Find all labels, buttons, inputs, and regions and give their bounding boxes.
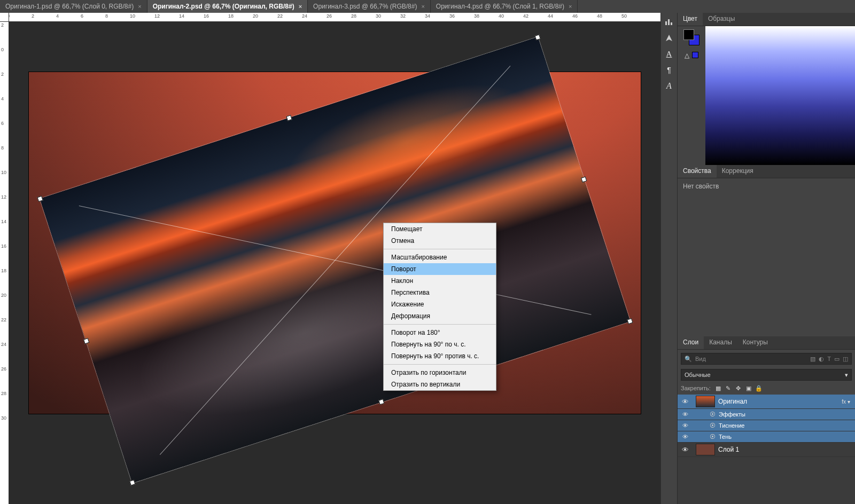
filter-type-icon[interactable]: T bbox=[827, 356, 831, 362]
lock-position-icon[interactable]: ✥ bbox=[734, 384, 743, 392]
lock-all-icon[interactable]: 🔒 bbox=[755, 384, 763, 392]
lock-pixels-icon[interactable]: ▩ bbox=[714, 384, 722, 392]
layer-row[interactable]: 👁Оригиналfx ▾ bbox=[678, 395, 855, 409]
close-icon[interactable]: × bbox=[138, 3, 141, 10]
lock-paint-icon[interactable]: ✎ bbox=[724, 384, 733, 392]
warn-icon: △ bbox=[685, 52, 690, 57]
visibility-toggle[interactable]: 👁 bbox=[678, 434, 693, 440]
ruler-corner bbox=[0, 13, 9, 22]
paragraph-panel-icon[interactable]: ¶ bbox=[663, 64, 675, 76]
layer-effect-name: Тиснение bbox=[719, 422, 852, 429]
menu-item[interactable]: Отразить по горизонтали bbox=[384, 367, 496, 379]
layer-effect-name: Тень bbox=[719, 434, 852, 440]
effect-bullet-icon: ⦿ bbox=[710, 411, 716, 418]
menu-item[interactable]: Искажение bbox=[384, 298, 496, 310]
horizontal-ruler[interactable]: 0246810121416182022242628303234363840424… bbox=[9, 13, 660, 22]
placed-image-transform-box[interactable] bbox=[40, 37, 630, 483]
menu-item[interactable]: Повернуть на 90° по ч. с. bbox=[384, 338, 496, 350]
document-tab[interactable]: Оригинал-2.psd @ 66,7% (Оригинал, RGB/8#… bbox=[147, 0, 308, 13]
filter-pixel-icon[interactable]: ▧ bbox=[810, 356, 815, 363]
canvas-column: 0246810121416182022242628303234363840424… bbox=[0, 13, 660, 504]
character-panel-icon[interactable]: A bbox=[663, 48, 675, 60]
layer-row[interactable]: 👁Слой 1 bbox=[678, 443, 855, 457]
blend-mode-value: Обычные bbox=[685, 372, 711, 378]
svg-rect-1 bbox=[668, 19, 670, 25]
document-canvas[interactable]: ПомещаетОтменаМасштабированиеПоворотНакл… bbox=[9, 21, 660, 504]
layers-panel-tabs: Слои Каналы Контуры bbox=[678, 336, 855, 350]
color-field[interactable] bbox=[705, 26, 855, 165]
lock-artboard-icon[interactable]: ▣ bbox=[744, 384, 753, 392]
filter-shape-icon[interactable]: ▭ bbox=[834, 356, 840, 363]
transform-handle-bl[interactable] bbox=[129, 479, 135, 485]
document-tab-label: Оригинал-4.psd @ 66,7% (Слой 1, RGB/8#) bbox=[436, 3, 564, 10]
menu-separator bbox=[384, 364, 496, 365]
right-panels: Цвет Образцы △ Свойства Коррекция bbox=[677, 13, 855, 504]
close-icon[interactable]: × bbox=[299, 3, 302, 10]
menu-item[interactable]: Отмена bbox=[384, 235, 496, 247]
layer-list[interactable]: 👁Оригиналfx ▾👁⦿Эффекты👁⦿Тиснение👁⦿Тень👁С… bbox=[678, 395, 855, 504]
document-tab-label: Оригинал-3.psd @ 66,7% (RGB/8#) bbox=[313, 3, 417, 10]
tab-channels[interactable]: Каналы bbox=[704, 336, 737, 349]
mini-swatches[interactable]: △ bbox=[685, 52, 698, 58]
layer-name: Слой 1 bbox=[718, 446, 852, 453]
layer-effect-row[interactable]: 👁⦿Тиснение bbox=[678, 420, 855, 431]
histogram-panel-icon[interactable] bbox=[663, 16, 675, 28]
properties-panel-tabs: Свойства Коррекция bbox=[678, 165, 855, 178]
collapsed-panels-strip[interactable]: A ¶ A bbox=[660, 13, 677, 504]
document-tab[interactable]: Оригинал-3.psd @ 66,7% (RGB/8#)× bbox=[308, 0, 431, 13]
svg-rect-0 bbox=[665, 21, 667, 25]
document-tab[interactable]: Оригинал-1.psd @ 66,7% (Слой 0, RGB/8#)× bbox=[0, 0, 147, 13]
tab-adjustments[interactable]: Коррекция bbox=[717, 165, 759, 178]
tab-color[interactable]: Цвет bbox=[678, 13, 703, 26]
layer-fx-badge[interactable]: fx ▾ bbox=[840, 399, 852, 405]
menu-item[interactable]: Помещает bbox=[384, 223, 496, 235]
glyphs-panel-icon[interactable]: A bbox=[663, 80, 675, 92]
search-icon: 🔍 bbox=[685, 356, 692, 363]
blend-mode-select[interactable]: Обычные ▾ bbox=[681, 369, 852, 381]
layer-filter[interactable]: 🔍 Вид ▧ ◐ T ▭ ◫ bbox=[681, 353, 852, 365]
menu-item[interactable]: Отразить по вертикали bbox=[384, 379, 496, 390]
transform-handle-br[interactable] bbox=[627, 318, 633, 324]
filter-adjust-icon[interactable]: ◐ bbox=[819, 356, 824, 363]
chevron-down-icon: ▾ bbox=[845, 372, 848, 379]
document-tab-bar: Оригинал-1.psd @ 66,7% (Слой 0, RGB/8#)×… bbox=[0, 0, 855, 13]
effect-bullet-icon: ⦿ bbox=[710, 434, 716, 440]
menu-item[interactable]: Наклон bbox=[384, 275, 496, 287]
layer-thumbnail[interactable] bbox=[696, 396, 715, 407]
layer-effect-row[interactable]: 👁⦿Эффекты bbox=[678, 409, 855, 420]
layer-thumbnail[interactable] bbox=[696, 444, 715, 455]
fg-bg-swatch[interactable] bbox=[683, 29, 699, 45]
menu-item[interactable]: Перспектива bbox=[384, 287, 496, 298]
menu-item[interactable]: Масштабирование bbox=[384, 251, 496, 263]
layer-effect-name: Эффекты bbox=[719, 411, 852, 418]
tab-layers[interactable]: Слои bbox=[678, 336, 704, 349]
properties-empty-text: Нет свойств bbox=[683, 183, 719, 190]
visibility-toggle[interactable]: 👁 bbox=[678, 398, 693, 406]
transform-handle-b[interactable] bbox=[378, 399, 384, 405]
layer-filter-kind: Вид bbox=[695, 356, 706, 362]
menu-item[interactable]: Поворот bbox=[384, 263, 496, 275]
transform-context-menu[interactable]: ПомещаетОтменаМасштабированиеПоворотНакл… bbox=[383, 223, 496, 391]
tab-properties[interactable]: Свойства bbox=[678, 165, 717, 178]
document-tab[interactable]: Оригинал-4.psd @ 66,7% (Слой 1, RGB/8#)× bbox=[431, 0, 578, 13]
placed-image bbox=[40, 37, 630, 483]
menu-separator bbox=[384, 249, 496, 249]
properties-panel: Нет свойств bbox=[678, 178, 855, 336]
color-panel: △ bbox=[678, 26, 855, 165]
layer-effect-row[interactable]: 👁⦿Тень bbox=[678, 431, 855, 443]
menu-item[interactable]: Деформация bbox=[384, 310, 496, 322]
close-icon[interactable]: × bbox=[569, 3, 572, 10]
vertical-ruler[interactable]: 2024681012141618202224262830 bbox=[0, 13, 9, 504]
artboard[interactable] bbox=[29, 72, 641, 414]
close-icon[interactable]: × bbox=[421, 3, 424, 10]
menu-item[interactable]: Поворот на 180° bbox=[384, 327, 496, 338]
lock-label: Закрепить: bbox=[681, 385, 711, 391]
visibility-toggle[interactable]: 👁 bbox=[678, 411, 693, 418]
visibility-toggle[interactable]: 👁 bbox=[678, 446, 693, 454]
filter-smart-icon[interactable]: ◫ bbox=[843, 356, 848, 363]
tab-swatches[interactable]: Образцы bbox=[703, 13, 740, 26]
visibility-toggle[interactable]: 👁 bbox=[678, 422, 693, 429]
menu-item[interactable]: Повернуть на 90° против ч. с. bbox=[384, 350, 496, 362]
tab-paths[interactable]: Контуры bbox=[737, 336, 773, 349]
navigator-panel-icon[interactable] bbox=[663, 32, 675, 44]
